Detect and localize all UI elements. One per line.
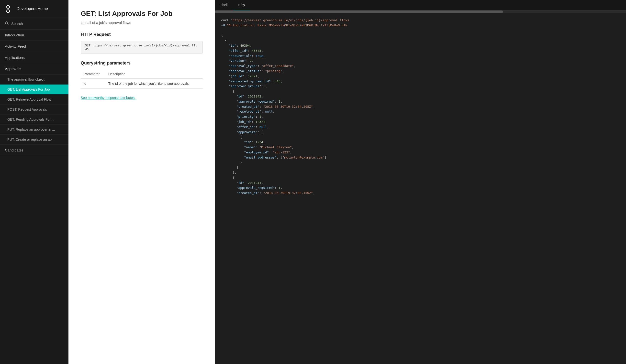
sidebar-item-applications[interactable]: Applications bbox=[0, 52, 69, 63]
page-subtitle: List all of a job's approval flows bbox=[81, 21, 203, 25]
querystring-heading: Querystring parameters bbox=[81, 61, 203, 66]
svg-point-0 bbox=[7, 5, 9, 8]
search-icon bbox=[5, 21, 9, 26]
params-table: Parameter Description id The id of the j… bbox=[81, 70, 203, 89]
see-more-link[interactable]: See noteworthy response attributes. bbox=[81, 96, 135, 100]
horizontal-scrollbar[interactable] bbox=[215, 10, 626, 13]
col-parameter: Parameter bbox=[81, 70, 105, 79]
sidebar-subitem-replace-approver[interactable]: PUT: Replace an approver in ... bbox=[0, 125, 69, 134]
sidebar-item-candidates[interactable]: Candidates bbox=[0, 145, 69, 156]
sidebar-subitem-pending-approvals[interactable]: GET: Pending Approvals For ... bbox=[0, 115, 69, 125]
tab-shell[interactable]: shell bbox=[215, 0, 233, 10]
tab-ruby[interactable]: ruby bbox=[233, 0, 250, 10]
table-row: id The id of the job for which you'd lik… bbox=[81, 79, 203, 89]
page-title: GET: List Approvals For Job bbox=[81, 10, 203, 18]
search-label: Search bbox=[11, 22, 23, 26]
http-request-code: GET https://harvest.greenhouse.io/v1/job… bbox=[81, 41, 203, 54]
sidebar: Developers Home Search Introduction Acti… bbox=[0, 0, 69, 364]
sidebar-item-approvals[interactable]: Approvals bbox=[0, 63, 69, 74]
code-area[interactable]: curl 'https://harvest.greenhouse.io/v1/j… bbox=[215, 13, 626, 364]
search-button[interactable]: Search bbox=[0, 18, 69, 30]
svg-point-1 bbox=[7, 10, 9, 13]
main-content: GET: List Approvals For Job List all of … bbox=[69, 0, 215, 364]
logo-icon bbox=[5, 4, 14, 13]
sidebar-subitem-retrieve-approval[interactable]: GET: Retrieve Approval Flow bbox=[0, 95, 69, 104]
sidebar-header: Developers Home bbox=[0, 0, 69, 18]
params-section: Parameter Description id The id of the j… bbox=[81, 70, 203, 89]
http-request-heading: HTTP Request bbox=[81, 32, 203, 37]
sidebar-title: Developers Home bbox=[17, 7, 48, 11]
sidebar-item-introduction[interactable]: Introduction bbox=[0, 30, 69, 41]
nav-section: Introduction Activity Feed Applications … bbox=[0, 30, 69, 156]
scrollbar-thumb bbox=[215, 10, 503, 13]
param-desc: The id of the job for which you'd like t… bbox=[105, 79, 203, 89]
param-name: id bbox=[81, 79, 105, 89]
sidebar-subitem-approval-flow-object[interactable]: The approval flow object bbox=[0, 74, 69, 85]
sidebar-subitem-request-approvals[interactable]: POST: Request Approvals bbox=[0, 104, 69, 115]
sidebar-subitem-list-approvals[interactable]: GET: List Approvals For Job bbox=[0, 85, 69, 95]
sidebar-subitem-create-replace[interactable]: PUT: Create or replace an ap... bbox=[0, 134, 69, 145]
tab-bar: shell ruby bbox=[215, 0, 626, 10]
col-description: Description bbox=[105, 70, 203, 79]
sidebar-item-activity-feed[interactable]: Activity Feed bbox=[0, 41, 69, 52]
svg-line-4 bbox=[8, 24, 8, 25]
right-panel: shell ruby curl 'https://harvest.greenho… bbox=[215, 0, 626, 364]
